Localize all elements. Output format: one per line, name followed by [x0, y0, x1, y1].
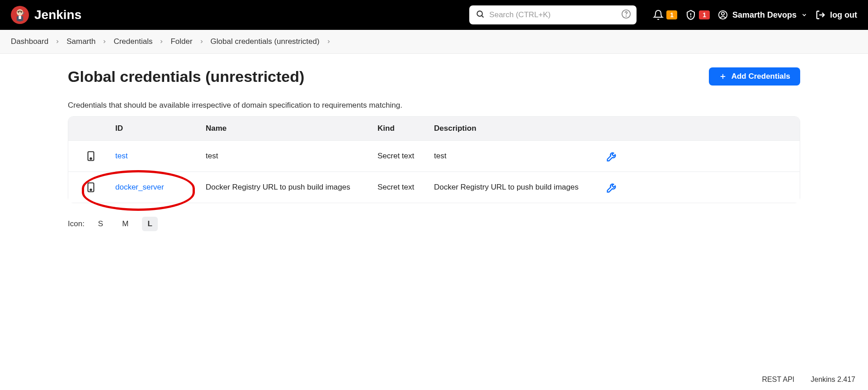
breadcrumb-credentials[interactable]: Credentials — [113, 37, 152, 46]
search-icon — [476, 10, 485, 20]
shield-alert-icon — [685, 10, 696, 20]
svg-point-1 — [17, 9, 23, 15]
notification-badge: 1 — [666, 10, 677, 19]
jenkins-logo[interactable]: Jenkins — [11, 6, 81, 24]
svg-point-19 — [90, 189, 91, 190]
header-right: 1 1 Samarth Devops log out — [653, 10, 857, 20]
table-row: test test Secret text test — [68, 140, 800, 171]
col-id[interactable]: ID — [113, 124, 204, 133]
icon-size-l[interactable]: L — [142, 217, 157, 231]
security-alerts-button[interactable]: 1 — [685, 10, 710, 20]
security-badge: 1 — [699, 10, 710, 19]
svg-point-10 — [691, 17, 691, 17]
wrench-icon[interactable] — [606, 181, 618, 194]
credential-kind: Secret text — [376, 183, 432, 192]
top-header: Jenkins 1 1 Samarth Devops log out — [0, 0, 868, 30]
icon-size-m[interactable]: M — [117, 217, 134, 231]
chevron-right-icon — [102, 39, 107, 44]
breadcrumb-folder[interactable]: Folder — [170, 37, 192, 46]
credential-description: Docker Registry URL to push build images — [432, 183, 586, 192]
svg-point-2 — [18, 12, 19, 13]
chevron-right-icon — [199, 39, 204, 44]
svg-point-8 — [626, 16, 627, 16]
svg-point-5 — [477, 11, 483, 16]
bell-icon — [653, 10, 664, 20]
icon-size-label: Icon: — [68, 219, 85, 228]
credential-icon — [85, 150, 97, 162]
chevron-right-icon — [55, 39, 60, 44]
credential-name: test — [204, 152, 376, 161]
plus-icon — [719, 72, 727, 81]
credential-kind: Secret text — [376, 152, 432, 161]
col-name[interactable]: Name — [204, 124, 376, 133]
breadcrumb-samarth[interactable]: Samarth — [66, 37, 95, 46]
svg-point-3 — [21, 12, 22, 13]
credentials-table: ID Name Kind Description test test Secre… — [68, 116, 800, 203]
chevron-right-icon — [159, 39, 164, 44]
svg-point-12 — [722, 12, 724, 15]
logout-button[interactable]: log out — [816, 10, 857, 20]
notifications-button[interactable]: 1 — [653, 10, 677, 20]
page-description: Credentials that should be available irr… — [68, 101, 800, 110]
page-title: Global credentials (unrestricted) — [68, 68, 304, 86]
table-row: docker_server Docker Registry URL to pus… — [68, 171, 800, 203]
table-header: ID Name Kind Description — [68, 117, 800, 140]
breadcrumb-global[interactable]: Global credentials (unrestricted) — [211, 37, 320, 46]
svg-point-17 — [90, 158, 91, 159]
breadcrumb-dashboard[interactable]: Dashboard — [11, 37, 48, 46]
icon-size-selector: Icon: S M L — [68, 217, 800, 231]
col-kind[interactable]: Kind — [376, 124, 432, 133]
credential-id-link[interactable]: docker_server — [113, 183, 204, 192]
main-content: Global credentials (unrestricted) Add Cr… — [0, 54, 868, 240]
add-credentials-label: Add Credentials — [731, 72, 790, 81]
credential-id-link[interactable]: test — [113, 152, 204, 161]
chevron-right-icon — [326, 39, 331, 44]
user-name: Samarth Devops — [732, 10, 797, 20]
jenkins-logo-text: Jenkins — [34, 8, 81, 22]
chevron-down-icon — [801, 12, 807, 18]
credential-description: test — [432, 152, 586, 161]
search-input[interactable] — [469, 5, 637, 24]
search-container — [469, 5, 637, 24]
help-icon[interactable] — [621, 9, 631, 21]
add-credentials-button[interactable]: Add Credentials — [709, 67, 800, 86]
user-menu[interactable]: Samarth Devops — [718, 10, 807, 20]
user-icon — [718, 10, 728, 20]
svg-rect-4 — [19, 16, 21, 19]
col-description[interactable]: Description — [432, 124, 586, 133]
breadcrumb: Dashboard Samarth Credentials Folder Glo… — [0, 30, 868, 54]
svg-line-6 — [482, 16, 484, 18]
jenkins-logo-icon — [11, 6, 29, 24]
title-row: Global credentials (unrestricted) Add Cr… — [68, 67, 800, 86]
credential-icon — [85, 181, 97, 193]
icon-size-s[interactable]: S — [93, 217, 108, 231]
wrench-icon[interactable] — [606, 150, 618, 162]
credential-name: Docker Registry URL to push build images — [204, 183, 376, 192]
logout-label: log out — [830, 10, 857, 20]
logout-icon — [816, 10, 826, 20]
